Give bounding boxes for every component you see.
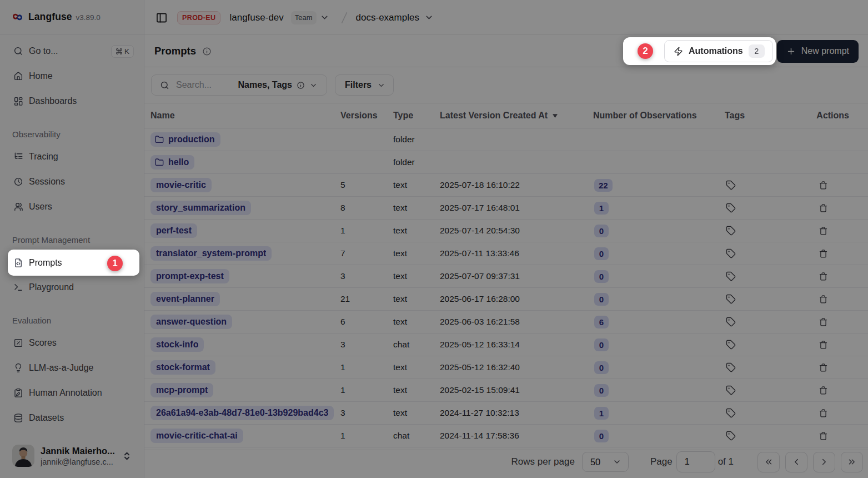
delete-prompt-button[interactable] — [819, 363, 828, 372]
delete-prompt-button[interactable] — [819, 295, 828, 304]
next-page-button[interactable] — [813, 452, 835, 472]
prompt-link[interactable]: perf-test — [150, 223, 197, 238]
prompt-link[interactable]: event-planner — [150, 292, 220, 306]
tag-icon — [726, 362, 736, 372]
sidebar-item-dashboards[interactable]: Dashboards — [8, 89, 139, 113]
scope-info-icon — [297, 81, 305, 89]
trash-icon — [819, 363, 828, 372]
trash-icon — [819, 249, 828, 258]
table-row-perf-test[interactable]: perf-test1text2025-07-14 20:54:300 — [144, 220, 868, 242]
prompt-link[interactable]: prompt-exp-test — [150, 269, 229, 283]
sidebar: Langfuse v3.89.0 Go to...KHomeDashboards… — [0, 0, 144, 478]
cell-observations: 6 — [593, 316, 725, 328]
column-header-latest-version-created-at[interactable]: Latest Version Created At — [440, 111, 593, 121]
prompt-link[interactable]: answer-question — [150, 315, 232, 329]
cell-type: chat — [393, 340, 440, 350]
prompt-link[interactable]: movie-critic-chat-ai — [150, 429, 243, 443]
table-row-story-summarization[interactable]: story_summarization8text2025-07-17 16:48… — [144, 197, 868, 220]
prompt-link[interactable]: translator_system-prompt — [150, 246, 272, 261]
cell-actions — [816, 386, 868, 395]
column-header-tags: Tags — [725, 111, 816, 121]
table-row-movie-critic[interactable]: movie-critic5text2025-07-18 16:10:2222 — [144, 174, 868, 197]
prompt-name: movie-critic — [156, 180, 206, 190]
table-row-hello[interactable]: hellofolder — [144, 151, 868, 174]
sidebar-toggle-button[interactable] — [155, 12, 168, 24]
new-prompt-button[interactable]: New prompt — [777, 40, 859, 63]
sidebar-item-tracing[interactable]: Tracing — [8, 145, 139, 169]
tour-step-2-badge: 2 — [638, 43, 653, 59]
sidebar-item-prompts[interactable]: Prompts1 — [8, 250, 139, 276]
prompt-link[interactable]: 26a61a94-e3ab-48d7-81e0-13b929bad4c3 — [150, 406, 334, 420]
sidebar-item-label: Datasets — [29, 413, 64, 423]
prev-page-button[interactable] — [785, 452, 807, 472]
sidebar-item-sessions[interactable]: Sessions — [8, 170, 139, 194]
prompt-link[interactable]: stock-info — [150, 337, 204, 352]
table-row-26a61a94-e3ab-48d7-81e0-13b929bad4c3[interactable]: 26a61a94-e3ab-48d7-81e0-13b929bad4c33tex… — [144, 402, 868, 425]
sidebar-item-go-to[interactable]: Go to...K — [8, 39, 139, 63]
sidebar-item-home[interactable]: Home — [8, 64, 139, 88]
page-info-icon[interactable] — [202, 47, 212, 56]
cell-type: text — [393, 226, 440, 236]
prompt-link[interactable]: mcp-prompt — [150, 383, 213, 397]
sidebar-item-users[interactable]: Users — [8, 195, 139, 219]
delete-prompt-button[interactable] — [819, 249, 828, 258]
cell-created-at: 2025-07-07 09:37:31 — [440, 271, 593, 281]
page-label: Page — [650, 456, 673, 467]
prompt-link[interactable]: story_summarization — [150, 201, 251, 215]
sidebar-item-human-annotation[interactable]: Human Annotation — [8, 381, 139, 405]
tag-icon — [726, 226, 736, 236]
prompt-link[interactable]: stock-format — [150, 360, 215, 375]
delete-prompt-button[interactable] — [819, 386, 828, 395]
delete-prompt-button[interactable] — [819, 226, 828, 236]
sidebar-item-datasets[interactable]: Datasets — [8, 406, 139, 430]
delete-prompt-button[interactable] — [819, 272, 828, 281]
delete-prompt-button[interactable] — [819, 431, 828, 441]
trash-icon — [819, 181, 828, 190]
project-chevron-down-icon[interactable] — [424, 13, 434, 22]
automations-button[interactable]: Automations 2 — [664, 40, 773, 62]
first-page-button[interactable] — [757, 452, 780, 472]
last-page-button[interactable] — [841, 452, 863, 472]
table-row-movie-critic-chat-ai[interactable]: movie-critic-chat-ai1chat2024-11-14 17:5… — [144, 425, 868, 447]
automations-label: Automations — [689, 46, 743, 56]
command-icon — [116, 48, 123, 55]
cell-name: production — [150, 132, 340, 147]
square-percent-icon — [13, 338, 23, 348]
prompt-link[interactable]: movie-critic — [150, 178, 212, 192]
rows-per-page-select[interactable]: 50 — [582, 452, 629, 472]
search-box[interactable]: Search... Names, Tags — [151, 74, 327, 96]
search-scope-select[interactable]: Names, Tags — [238, 80, 318, 90]
user-menu[interactable]: Jannik Maierho... jannik@langfuse.c... — [0, 434, 144, 478]
page-number-input[interactable] — [676, 451, 715, 472]
prompt-name: movie-critic-chat-ai — [156, 431, 238, 441]
delete-prompt-button[interactable] — [819, 317, 828, 327]
table-body: productionfolderhellofoldermovie-critic5… — [144, 128, 868, 447]
table-row-translator-system-prompt[interactable]: translator_system-prompt7text2025-07-11 … — [144, 242, 868, 265]
delete-prompt-button[interactable] — [819, 409, 828, 418]
cell-versions: 21 — [340, 294, 393, 304]
table-row-stock-info[interactable]: stock-info3chat2025-05-12 16:33:140 — [144, 333, 868, 356]
project-name[interactable]: docs-examples — [356, 12, 419, 23]
environment-badge[interactable]: PROD-EU — [177, 11, 220, 24]
folder-link[interactable]: hello — [150, 155, 194, 170]
table-row-prompt-exp-test[interactable]: prompt-exp-test3text2025-07-07 09:37:310 — [144, 265, 868, 288]
table-row-mcp-prompt[interactable]: mcp-prompt1text2025-02-15 15:09:410 — [144, 379, 868, 402]
table-row-answer-question[interactable]: answer-question6text2025-06-03 16:21:586 — [144, 311, 868, 333]
table-row-event-planner[interactable]: event-planner21text2025-06-17 16:28:000 — [144, 288, 868, 311]
delete-prompt-button[interactable] — [819, 340, 828, 350]
delete-prompt-button[interactable] — [819, 181, 828, 190]
org-chevron-down-icon[interactable] — [320, 13, 329, 22]
table-row-stock-format[interactable]: stock-format1text2025-05-12 16:32:400 — [144, 356, 868, 379]
sidebar-item-scores[interactable]: Scores — [8, 331, 139, 355]
observations-count-badge: 0 — [594, 247, 609, 260]
cell-created-at: 2025-07-11 13:33:46 — [440, 248, 593, 258]
delete-prompt-button[interactable] — [819, 203, 828, 213]
folder-link[interactable]: production — [150, 132, 220, 147]
sidebar-item-llm-as-a-judge[interactable]: LLM-as-a-Judge — [8, 356, 139, 380]
filters-button[interactable]: Filters — [335, 74, 394, 96]
org-name[interactable]: langfuse-dev — [229, 12, 283, 23]
search-placeholder: Search... — [176, 80, 212, 90]
cell-versions: 1 — [340, 226, 393, 236]
table-row-production[interactable]: productionfolder — [144, 128, 868, 151]
sidebar-item-playground[interactable]: Playground — [8, 275, 139, 300]
